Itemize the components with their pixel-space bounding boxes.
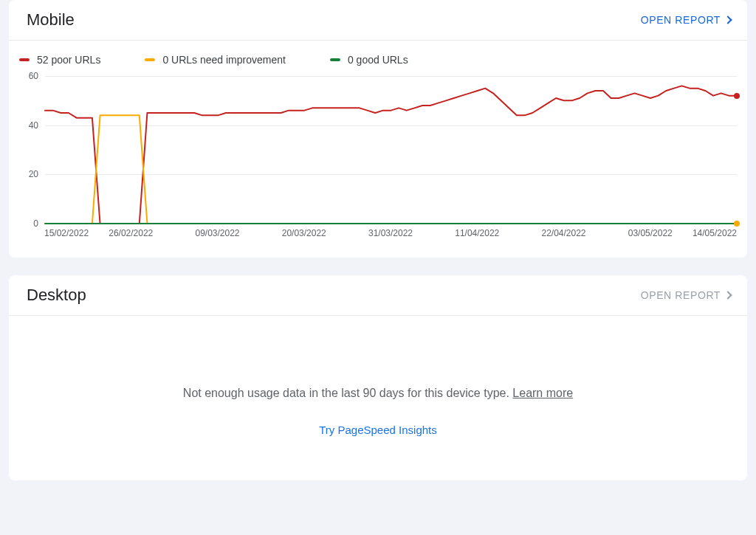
x-tick: 26/02/2022 — [109, 228, 153, 238]
mobile-card: Mobile OPEN REPORT 52 poor URLs 0 URLs n… — [9, 0, 747, 258]
swatch-red-icon — [19, 58, 30, 61]
mobile-chart: 0204060 15/02/202226/02/202209/03/202220… — [9, 76, 747, 258]
legend-label-good: 0 good URLs — [348, 54, 408, 66]
open-report-button-desktop: OPEN REPORT — [641, 289, 731, 301]
desktop-empty-state: Not enough usage data in the last 90 day… — [9, 316, 747, 480]
x-tick: 11/04/2022 — [455, 228, 499, 238]
card-header: Desktop OPEN REPORT — [9, 275, 747, 316]
legend-label-need: 0 URLs need improvement — [162, 54, 286, 66]
x-tick: 15/02/2022 — [44, 228, 89, 238]
chart-legend: 52 poor URLs 0 URLs need improvement 0 g… — [9, 41, 747, 76]
open-report-button-mobile[interactable]: OPEN REPORT — [641, 14, 731, 26]
x-axis: 15/02/202226/02/202209/03/202220/03/2022… — [44, 224, 737, 246]
series-end-dot-poor — [734, 93, 740, 99]
empty-state-message: Not enough usage data in the last 90 day… — [183, 387, 513, 399]
x-tick: 03/05/2022 — [628, 228, 673, 238]
series-poor — [45, 86, 737, 224]
legend-label-poor: 52 poor URLs — [37, 54, 100, 66]
legend-item-need-improvement[interactable]: 0 URLs need improvement — [145, 54, 286, 66]
y-tick: 40 — [13, 120, 38, 131]
card-title-mobile: Mobile — [27, 10, 75, 30]
x-tick: 09/03/2022 — [195, 228, 239, 238]
chevron-right-icon — [724, 15, 732, 24]
x-tick: 20/03/2022 — [282, 228, 326, 238]
card-header: Mobile OPEN REPORT — [9, 0, 747, 41]
x-tick: 14/05/2022 — [693, 228, 737, 238]
try-pagespeed-link[interactable]: Try PageSpeed Insights — [24, 424, 732, 436]
chart-plot-area[interactable] — [44, 76, 737, 224]
legend-item-poor[interactable]: 52 poor URLs — [19, 54, 100, 66]
swatch-orange-icon — [145, 58, 155, 61]
card-title-desktop: Desktop — [27, 286, 86, 305]
legend-item-good[interactable]: 0 good URLs — [330, 54, 408, 66]
x-tick: 22/04/2022 — [541, 228, 585, 238]
y-tick: 60 — [13, 71, 38, 81]
x-tick: 31/03/2022 — [368, 228, 413, 238]
y-tick: 0 — [13, 218, 38, 229]
y-axis: 0204060 — [19, 76, 44, 224]
learn-more-link[interactable]: Learn more — [512, 387, 573, 399]
chart-svg — [45, 76, 737, 224]
y-tick: 20 — [13, 169, 38, 179]
open-report-label: OPEN REPORT — [641, 14, 721, 26]
series-need_improvement — [45, 115, 737, 224]
desktop-card: Desktop OPEN REPORT Not enough usage dat… — [9, 275, 747, 480]
swatch-green-icon — [330, 58, 340, 61]
chevron-right-icon — [724, 291, 732, 299]
open-report-label: OPEN REPORT — [641, 289, 721, 301]
